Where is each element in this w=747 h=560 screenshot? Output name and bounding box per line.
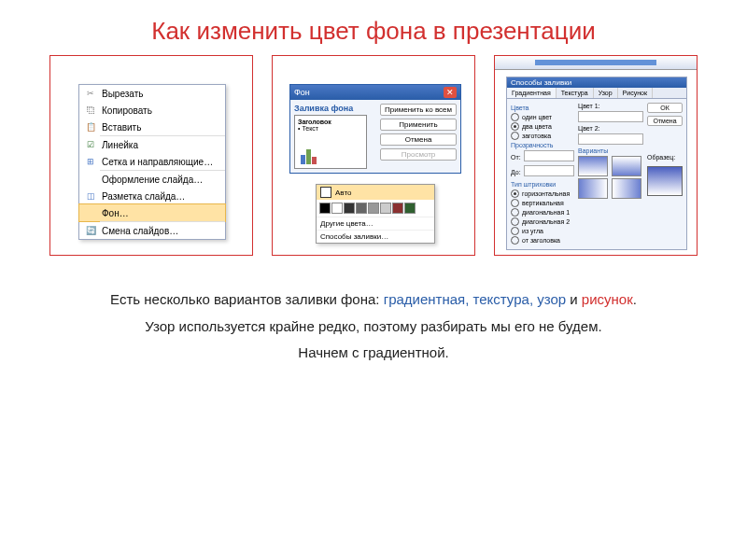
cancel-button[interactable]: Отмена xyxy=(380,133,457,146)
color-option-row[interactable]: заготовка xyxy=(511,132,574,140)
type-option-row[interactable]: диагональная 1 xyxy=(511,208,574,217)
menu-item-label: Разметка слайда… xyxy=(102,191,185,202)
text-1a: Есть несколько вариантов заливки фона: xyxy=(110,291,384,307)
from-slider[interactable] xyxy=(524,150,574,161)
fill-tab[interactable]: Узор xyxy=(594,88,618,98)
type-option-row[interactable]: диагональная 2 xyxy=(511,217,574,226)
menu-item-icon: 📋 xyxy=(83,120,98,133)
fill-tab[interactable]: Рисунок xyxy=(618,88,653,98)
color-option-row[interactable]: один цвет xyxy=(511,113,574,121)
text-1c: и xyxy=(566,291,582,307)
preview-chart-icon xyxy=(301,149,317,164)
body-text: Есть несколько вариантов заливки фона: г… xyxy=(0,256,747,364)
fill-tab[interactable]: Градиентная xyxy=(507,88,557,98)
screenshot-background-dialog: Фон ✕ Заливка фона Заголовок • Текст При… xyxy=(272,55,475,256)
context-menu-item[interactable]: ⊞Сетка и направляющие… xyxy=(79,153,225,170)
color2-combo[interactable] xyxy=(578,133,643,145)
apply-all-button[interactable]: Применить ко всем xyxy=(380,104,457,116)
radio-icon xyxy=(511,236,519,245)
variant-1[interactable] xyxy=(578,156,608,176)
ok-button[interactable]: ОК xyxy=(647,103,683,113)
cancel-button-2[interactable]: Отмена xyxy=(647,116,683,126)
menu-item-icon: ⊞ xyxy=(83,155,98,168)
color-swatch[interactable] xyxy=(392,203,403,214)
color-option-row[interactable]: два цвета xyxy=(511,122,574,131)
color-swatch[interactable] xyxy=(404,203,416,214)
menu-item-icon: ◫ xyxy=(83,189,98,203)
fill-section-label: Заливка фона xyxy=(294,104,376,113)
variants-label: Варианты xyxy=(578,147,643,154)
menu-item-icon: ✂ xyxy=(83,87,98,100)
background-dialog: Фон ✕ Заливка фона Заголовок • Текст При… xyxy=(289,84,461,174)
color2-label: Цвет 2: xyxy=(578,125,643,132)
context-menu-item[interactable]: Оформление слайда… xyxy=(79,171,225,188)
dialog-title: Фон xyxy=(294,88,310,97)
context-menu-item[interactable]: 🔄Смена слайдов… xyxy=(79,222,225,239)
fill-tab[interactable]: Текстура xyxy=(557,88,594,98)
type-option-row[interactable]: горизонтальная xyxy=(511,189,574,198)
auto-label: Авто xyxy=(335,189,351,197)
color-swatch[interactable] xyxy=(344,203,355,214)
menu-item-icon xyxy=(83,206,98,219)
color-swatch[interactable] xyxy=(356,203,367,214)
variant-4[interactable] xyxy=(612,178,641,199)
transparency-group-label: Прозрачность xyxy=(511,142,574,148)
color1-combo[interactable] xyxy=(578,111,643,122)
preview-title: Заголовок xyxy=(298,119,363,125)
auto-color-row[interactable]: Авто xyxy=(317,185,434,200)
type-group-label: Тип штриховки xyxy=(511,181,574,188)
radio-icon xyxy=(511,227,519,235)
from-label: От: xyxy=(511,154,521,161)
radio-icon xyxy=(511,122,519,131)
radio-label: два цвета xyxy=(522,123,552,130)
context-menu-item[interactable]: ◫Разметка слайда… xyxy=(79,188,225,204)
text-1b: градиентная, текстура, узор xyxy=(384,291,566,307)
radio-icon xyxy=(511,113,519,121)
color1-label: Цвет 1: xyxy=(578,103,643,109)
to-slider[interactable] xyxy=(524,165,574,176)
colors-group-label: Цвета xyxy=(511,105,574,111)
dialog-titlebar: Фон ✕ xyxy=(290,85,460,100)
radio-label: один цвет xyxy=(522,114,552,120)
variant-3[interactable] xyxy=(578,178,608,199)
sample-label: Образец: xyxy=(647,154,683,161)
menu-item-icon: ⿻ xyxy=(83,104,98,117)
gradient-variants xyxy=(578,156,643,199)
color-swatch[interactable] xyxy=(368,203,379,214)
text-2: Узор используется крайне редко, поэтому … xyxy=(37,316,710,338)
menu-item-label: Вставить xyxy=(102,122,141,133)
context-menu-item[interactable]: ☑Линейка xyxy=(79,136,225,153)
radio-label: из угла xyxy=(522,228,543,234)
color-swatch[interactable] xyxy=(319,203,331,214)
type-option-row[interactable]: от заголовка xyxy=(511,236,574,245)
sample-preview xyxy=(647,166,683,196)
screenshot-context-menu: ✂Вырезать⿻Копировать📋Вставить☑Линейка⊞Се… xyxy=(49,55,253,256)
radio-label: от заголовка xyxy=(522,237,560,244)
color-dropdown: Авто Другие цвета… Способы заливки… xyxy=(316,184,435,244)
radio-label: диагональная 2 xyxy=(522,218,570,225)
radio-label: горизонтальная xyxy=(522,190,570,197)
more-colors-item[interactable]: Другие цвета… xyxy=(317,217,434,230)
fill-dialog-title: Способы заливки xyxy=(507,77,686,88)
context-menu-item[interactable]: ✂Вырезать xyxy=(79,85,225,102)
color-swatch[interactable] xyxy=(331,203,343,214)
radio-label: диагональная 1 xyxy=(522,209,570,216)
page-title: Как изменить цвет фона в презентации xyxy=(0,0,747,55)
radio-icon xyxy=(511,217,519,226)
apply-button[interactable]: Применить xyxy=(380,119,457,131)
context-menu-item[interactable]: 📋Вставить xyxy=(79,119,225,135)
type-option-row[interactable]: вертикальная xyxy=(511,199,574,207)
color-swatch[interactable] xyxy=(380,203,391,214)
menu-item-icon: 🔄 xyxy=(83,224,98,237)
variant-2[interactable] xyxy=(612,156,641,176)
auto-swatch-icon xyxy=(320,187,331,198)
preview-text: • Текст xyxy=(298,125,363,132)
close-icon[interactable]: ✕ xyxy=(444,87,457,98)
context-menu-item[interactable]: ⿻Копировать xyxy=(79,102,225,119)
preview-button[interactable]: Просмотр xyxy=(380,148,457,161)
radio-label: заготовка xyxy=(522,133,551,139)
menu-item-label: Смена слайдов… xyxy=(102,226,178,236)
type-option-row[interactable]: из угла xyxy=(511,227,574,235)
fill-methods-item[interactable]: Способы заливки… xyxy=(317,230,434,243)
context-menu-item[interactable]: Фон… xyxy=(78,203,226,222)
